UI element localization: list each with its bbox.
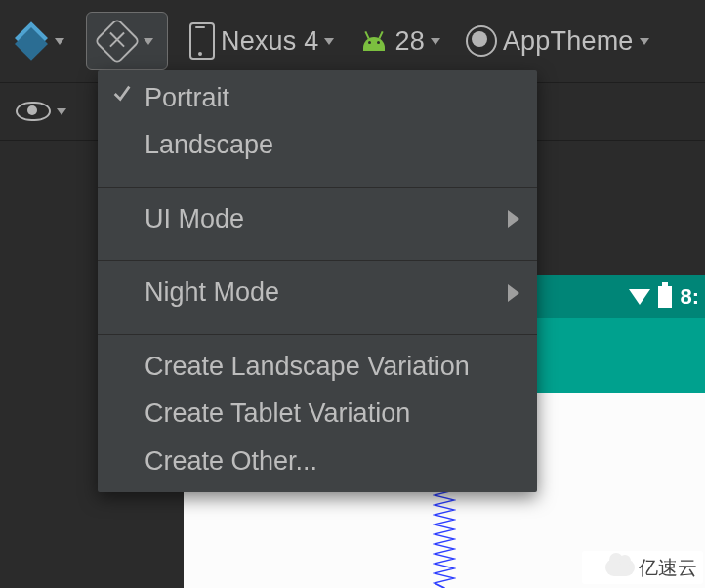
orientation-selector[interactable]	[86, 12, 168, 70]
submenu-arrow-icon	[508, 210, 519, 228]
android-icon	[359, 31, 389, 51]
phone-icon	[189, 22, 215, 60]
layout-editor-root: Nexus 4 28 AppTheme ConstraintLayoutDemo	[0, 0, 705, 588]
menu-item-create-tablet[interactable]: Create Tablet Variation	[98, 390, 537, 437]
menu-item-label: UI Mode	[145, 204, 244, 233]
battery-icon	[658, 286, 672, 308]
wifi-icon	[629, 289, 650, 305]
menu-item-landscape[interactable]: Landscape	[98, 121, 537, 176]
chevron-down-icon	[144, 38, 153, 45]
chevron-down-icon	[324, 38, 334, 45]
watermark: 亿速云	[582, 551, 703, 584]
view-options[interactable]	[12, 83, 70, 140]
check-icon	[111, 78, 131, 98]
chevron-down-icon	[55, 38, 64, 45]
api-level-label: 28	[394, 26, 424, 57]
preview-status-time: 8:	[680, 284, 699, 310]
menu-item-label: Create Tablet Variation	[145, 399, 410, 428]
eye-icon	[16, 102, 51, 121]
menu-item-label: Portrait	[145, 83, 229, 112]
theme-selector[interactable]: AppTheme	[462, 13, 653, 69]
menu-item-label: Landscape	[145, 130, 273, 159]
menu-item-ui-mode[interactable]: UI Mode	[98, 187, 537, 250]
menu-item-create-other[interactable]: Create Other...	[98, 438, 537, 492]
menu-item-label: Create Other...	[145, 446, 317, 476]
cloud-icon	[605, 559, 635, 576]
menu-item-create-landscape[interactable]: Create Landscape Variation	[98, 334, 537, 390]
design-toolbar: Nexus 4 28 AppTheme	[0, 8, 705, 74]
menu-item-label: Night Mode	[145, 277, 279, 307]
device-selector[interactable]: Nexus 4	[186, 13, 338, 69]
menu-item-label: Create Landscape Variation	[145, 352, 470, 381]
rotate-icon	[94, 18, 141, 64]
layers-icon	[14, 26, 49, 56]
watermark-text: 亿速云	[639, 555, 697, 581]
chevron-down-icon	[431, 38, 440, 45]
orientation-menu: Portrait Landscape UI Mode Night Mode Cr…	[98, 70, 537, 492]
submenu-arrow-icon	[508, 284, 519, 302]
theme-name-label: AppTheme	[503, 26, 634, 57]
chevron-down-icon	[57, 108, 66, 115]
menu-item-portrait[interactable]: Portrait	[98, 70, 537, 121]
theme-icon	[466, 25, 497, 57]
menu-item-night-mode[interactable]: Night Mode	[98, 260, 537, 323]
surface-selector[interactable]	[10, 13, 68, 69]
api-selector[interactable]: 28	[355, 13, 443, 69]
chevron-down-icon	[640, 38, 649, 45]
device-name-label: Nexus 4	[221, 26, 318, 57]
